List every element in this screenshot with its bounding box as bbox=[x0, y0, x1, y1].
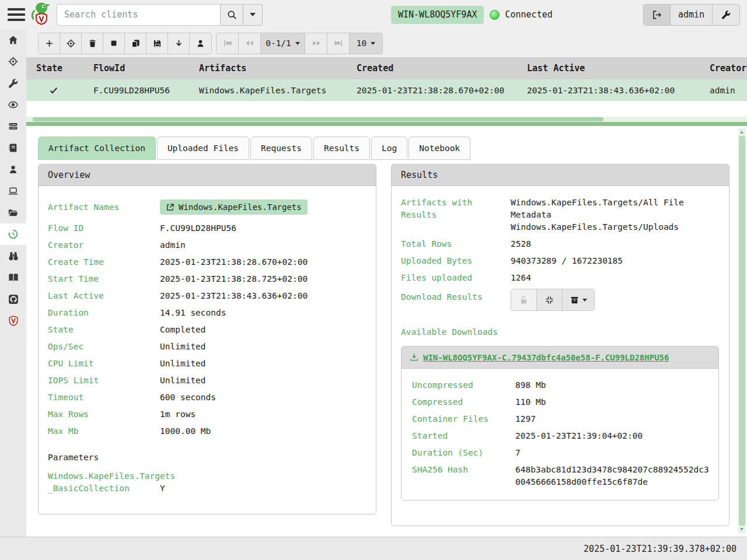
results-card: Results Artifacts with ResultsWindows.Ka… bbox=[391, 164, 729, 526]
tab-artifact-collection[interactable]: Artifact Collection bbox=[38, 136, 156, 160]
sidebar-item-host-information[interactable] bbox=[0, 159, 26, 180]
logout-button[interactable] bbox=[644, 5, 671, 25]
overview-row: Timeout600 seconds bbox=[48, 389, 366, 406]
sidebar-item-collected-artifacts[interactable] bbox=[0, 223, 26, 245]
flow-table-row[interactable]: F.CU99LD28HPU56 Windows.KapeFiles.Target… bbox=[26, 79, 747, 101]
download-row: Compressed110 Mb bbox=[412, 394, 718, 411]
artifact-name-badge[interactable]: Windows.KapeFiles.Targets bbox=[160, 200, 308, 215]
sidebar-item-home[interactable] bbox=[0, 29, 26, 51]
row-label: Flow ID bbox=[48, 220, 160, 237]
connection-status: Connected bbox=[490, 9, 552, 20]
chevron-down-icon bbox=[582, 299, 587, 302]
vertical-scrollbar-thumb[interactable] bbox=[739, 136, 745, 526]
download-file-link[interactable]: WIN-WL8OQ5YF9AX-C.79437dbfc4a50e58-F.CU9… bbox=[423, 353, 669, 362]
chevron-down-icon bbox=[371, 42, 375, 45]
row-label: CPU Limit bbox=[48, 355, 160, 372]
sidebar-item-hunt-manager[interactable] bbox=[0, 51, 26, 72]
horizontal-scrollbar-thumb[interactable] bbox=[33, 117, 603, 121]
next-page-button[interactable] bbox=[305, 33, 327, 54]
row-value: 2528 bbox=[511, 236, 703, 253]
column-header-created[interactable]: Created bbox=[357, 63, 527, 74]
sidebar bbox=[0, 29, 26, 537]
menu-toggle-button[interactable] bbox=[8, 8, 25, 21]
scroll-down-arrow-icon[interactable] bbox=[740, 528, 743, 531]
column-header-flowid[interactable]: FlowId bbox=[93, 63, 199, 74]
tab-uploaded-files[interactable]: Uploaded Files bbox=[157, 136, 249, 160]
vertical-scrollbar[interactable] bbox=[738, 128, 746, 533]
scroll-up-arrow-icon[interactable] bbox=[740, 131, 743, 134]
sidebar-item-view-artifacts[interactable] bbox=[0, 72, 26, 94]
artifact-badge-label: Windows.KapeFiles.Targets bbox=[179, 202, 302, 212]
prepare-collection-button[interactable] bbox=[537, 289, 563, 310]
username-label[interactable]: admin bbox=[671, 5, 713, 25]
column-header-creator[interactable]: Creator bbox=[710, 63, 747, 74]
sidebar-item-notebooks[interactable] bbox=[0, 137, 26, 159]
available-download-card: WIN-WL8OQ5YF9AX-C.79437dbfc4a50e58-F.CU9… bbox=[401, 346, 719, 501]
row-label: Container Files bbox=[412, 411, 515, 428]
download-results-label: Download Results bbox=[401, 289, 511, 311]
row-value: Unlimited bbox=[160, 372, 206, 389]
column-header-last-active[interactable]: Last Active bbox=[527, 63, 710, 74]
table-horizontal-scrollbar[interactable] bbox=[26, 117, 747, 122]
clock-history-icon bbox=[8, 229, 18, 239]
tab-requests[interactable]: Requests bbox=[250, 136, 312, 160]
sidebar-item-server-artifacts[interactable] bbox=[0, 116, 26, 137]
row-value: admin bbox=[160, 237, 186, 254]
page-range-dropdown[interactable]: 0-1/1 bbox=[261, 33, 305, 54]
client-badge[interactable]: WIN-WL8OQ5YF9AX bbox=[391, 6, 484, 24]
lock-open-icon bbox=[519, 296, 528, 304]
download-archive-dropdown[interactable] bbox=[563, 289, 594, 310]
search-input[interactable] bbox=[57, 4, 220, 26]
first-page-button[interactable] bbox=[217, 33, 239, 54]
delete-collection-button[interactable] bbox=[82, 33, 103, 54]
column-header-state[interactable]: State bbox=[36, 63, 93, 74]
cancel-collection-button[interactable] bbox=[103, 33, 125, 54]
new-collection-button[interactable] bbox=[39, 33, 60, 54]
row-label: SHA256 Hash bbox=[412, 464, 515, 488]
tab-log[interactable]: Log bbox=[371, 136, 407, 160]
unlock-download-button[interactable] bbox=[511, 289, 537, 310]
sidebar-item-github[interactable] bbox=[0, 288, 26, 310]
overview-card-title: Overview bbox=[39, 164, 376, 186]
search-button[interactable] bbox=[220, 4, 243, 26]
sidebar-item-server-events[interactable] bbox=[0, 94, 26, 116]
previous-page-button[interactable] bbox=[239, 33, 261, 54]
page-size-dropdown[interactable]: 10 bbox=[350, 33, 382, 54]
last-page-button[interactable] bbox=[327, 33, 350, 54]
server-stack-icon bbox=[8, 121, 18, 131]
row-value: 2025-01-23T21:38:43.636+02:00 bbox=[160, 288, 308, 304]
row-value: 14.91 seconds bbox=[160, 304, 226, 321]
page-size-label: 10 bbox=[357, 38, 366, 48]
add-to-hunt-button[interactable] bbox=[60, 33, 82, 54]
wrench-icon bbox=[721, 10, 731, 19]
floppy-save-icon bbox=[153, 39, 162, 48]
row-value: 940373289 / 1672230185 bbox=[511, 253, 703, 270]
velociraptor-logo[interactable] bbox=[29, 1, 54, 28]
topbar: WIN-WL8OQ5YF9AX Connected admin bbox=[0, 0, 747, 29]
user-settings-button[interactable] bbox=[713, 5, 739, 25]
user-menu: admin bbox=[643, 4, 740, 26]
flow-state-check-icon bbox=[36, 86, 71, 95]
flow-action-buttons bbox=[38, 33, 212, 54]
search-options-button[interactable] bbox=[243, 4, 263, 26]
sidebar-item-client-events[interactable] bbox=[0, 245, 26, 267]
sidebar-item-documentation[interactable] bbox=[0, 267, 26, 288]
stats-button[interactable] bbox=[190, 33, 211, 54]
row-label: Started bbox=[412, 428, 515, 444]
journal-icon bbox=[8, 143, 18, 153]
split-pane-resize-handle[interactable] bbox=[26, 122, 747, 126]
copy-collection-button[interactable] bbox=[125, 33, 146, 54]
sidebar-item-velociraptor-site[interactable] bbox=[0, 310, 26, 331]
sidebar-item-virtual-filesystem[interactable] bbox=[0, 202, 26, 223]
row-label: Total Rows bbox=[401, 236, 511, 253]
server-timestamp: 2025-01-23T21:39:39.378+02:00 bbox=[584, 544, 736, 554]
column-header-artifacts[interactable]: Artifacts bbox=[199, 63, 357, 74]
tab-results[interactable]: Results bbox=[313, 136, 370, 160]
row-value: Windows.KapeFiles.Targets/All File Metad… bbox=[511, 197, 703, 233]
tab-notebook[interactable]: Notebook bbox=[409, 136, 470, 160]
row-value: 2025-01-23T21:39:04+02:00 bbox=[515, 428, 714, 444]
export-collection-button[interactable] bbox=[168, 33, 190, 54]
save-collection-button[interactable] bbox=[146, 33, 168, 54]
sidebar-item-interrogation[interactable] bbox=[0, 180, 26, 202]
row-value: 648b3abc81d123d3478c984207c88924552dc300… bbox=[515, 464, 714, 488]
